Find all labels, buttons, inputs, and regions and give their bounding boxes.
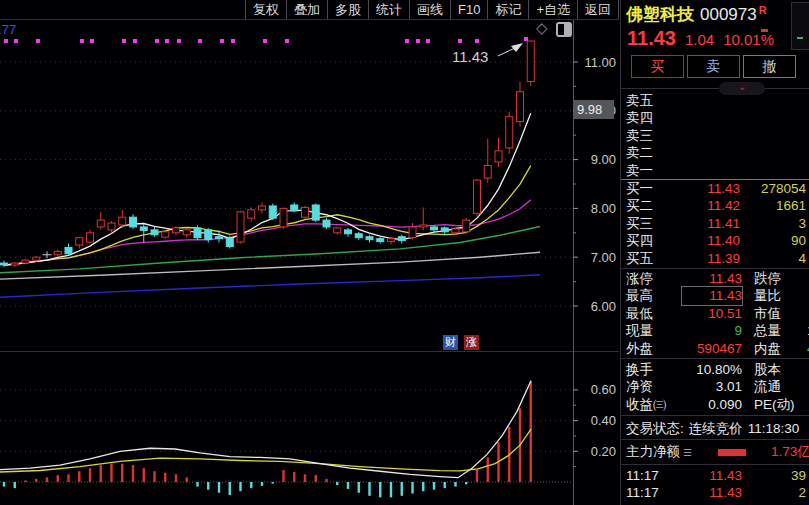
macd-bar bbox=[336, 482, 338, 485]
stat-pair-label: 量比 bbox=[754, 287, 781, 304]
toolbar-item-7[interactable]: +自选 bbox=[528, 0, 577, 19]
sell-level-row[interactable]: 卖一 bbox=[621, 162, 809, 179]
level-volume bbox=[740, 162, 806, 179]
buy-level-row[interactable]: 买五11.394 bbox=[621, 250, 809, 267]
candle-down bbox=[194, 228, 201, 238]
candle-down bbox=[312, 205, 319, 220]
level-label: 卖一 bbox=[626, 162, 668, 179]
diamond-icon[interactable]: ◇ bbox=[536, 19, 548, 37]
macd-bar bbox=[35, 479, 37, 482]
cancel-button[interactable]: 撤 bbox=[743, 55, 796, 78]
buy-level-row[interactable]: 买四11.4090 bbox=[621, 232, 809, 249]
level-price bbox=[668, 162, 740, 179]
axis-label: 8.00 bbox=[591, 201, 616, 216]
candle-down bbox=[323, 220, 330, 227]
macd-bar bbox=[282, 470, 284, 482]
level-price: 11.42 bbox=[668, 197, 740, 214]
macd-bar bbox=[476, 470, 478, 482]
candle-up bbox=[54, 251, 61, 254]
toolbar-item-8[interactable]: 返回 bbox=[577, 0, 619, 19]
macd-bar bbox=[100, 465, 102, 482]
level-price bbox=[668, 127, 740, 144]
level-price bbox=[668, 92, 740, 109]
candle-down bbox=[130, 217, 137, 227]
stat-value: 11.43 bbox=[682, 270, 742, 287]
candle-down bbox=[291, 205, 298, 211]
toolbar-item-0[interactable]: 复权 bbox=[245, 0, 286, 19]
macd-bar bbox=[24, 480, 26, 482]
tick-list: 11:1711.433911:1711.432 bbox=[621, 467, 809, 502]
level-price: 11.40 bbox=[668, 232, 740, 249]
buy-button[interactable]: 买 bbox=[631, 55, 684, 78]
marker-dot bbox=[4, 39, 8, 43]
level-label: 卖五 bbox=[626, 92, 668, 109]
list-icon[interactable]: ☰ bbox=[683, 447, 692, 458]
macd-bar bbox=[315, 475, 317, 482]
marker-dot bbox=[405, 39, 409, 43]
macd-bar bbox=[433, 482, 435, 490]
toolbar-item-1[interactable]: 叠加 bbox=[286, 0, 327, 19]
marker-dot bbox=[133, 39, 137, 43]
stat-label: 最高 bbox=[626, 287, 682, 304]
marker-dot bbox=[155, 39, 159, 43]
axis-label: 0.20 bbox=[591, 444, 616, 459]
macd-bar bbox=[132, 465, 134, 482]
candle-up bbox=[248, 210, 255, 218]
rise-marker-badge[interactable]: 涨 bbox=[464, 335, 479, 350]
sell-level-row[interactable]: 卖二 bbox=[621, 144, 809, 161]
candle-up bbox=[527, 41, 534, 82]
candle-up bbox=[97, 220, 104, 227]
macd-bar bbox=[153, 471, 155, 482]
macd-bar bbox=[444, 482, 446, 488]
buy-level-row[interactable]: 买三11.413 bbox=[621, 215, 809, 232]
candle-up bbox=[22, 260, 29, 263]
toolbar-item-3[interactable]: 统计 bbox=[368, 0, 409, 19]
candle-down bbox=[226, 238, 233, 246]
candle-up bbox=[280, 208, 287, 227]
toolbar-item-6[interactable]: 标记 bbox=[487, 0, 528, 19]
buy-level-row[interactable]: 买二11.421661 bbox=[621, 197, 809, 214]
main-net-row: 主力净额☰ 1.73亿 bbox=[626, 443, 809, 461]
stat-row: 外盘590467内盘4 bbox=[621, 340, 809, 357]
macd-bar bbox=[218, 482, 220, 493]
marker-dot bbox=[475, 39, 479, 43]
stat-row: 换手10.80%股本 bbox=[621, 361, 809, 378]
stock-code: 000973 bbox=[700, 5, 757, 24]
candle-up bbox=[463, 220, 470, 232]
toolbar-item-2[interactable]: 多股 bbox=[327, 0, 368, 19]
toolbar: 复权叠加多股统计画线F10标记+自选返回 bbox=[245, 0, 619, 19]
sell-button[interactable]: 卖 bbox=[687, 55, 740, 78]
level-volume bbox=[740, 127, 806, 144]
stat-label: 净资 bbox=[626, 378, 682, 395]
stat-value: 9 bbox=[682, 322, 742, 339]
macd-bar bbox=[293, 472, 295, 482]
macd-bar bbox=[261, 482, 263, 486]
tick-price: 11.43 bbox=[672, 484, 742, 501]
side-panel-icon[interactable] bbox=[556, 22, 572, 37]
toolbar-item-4[interactable]: 画线 bbox=[409, 0, 450, 19]
kline-chart[interactable]: 11.0010.009.008.007.006.000.600.400.2011… bbox=[0, 0, 619, 505]
candle-down bbox=[1, 263, 8, 265]
marker-dot bbox=[14, 39, 18, 43]
tick-volume: 2 bbox=[742, 484, 806, 501]
sell-level-row[interactable]: 卖四 bbox=[621, 109, 809, 126]
toolbar-item-5[interactable]: F10 bbox=[450, 0, 487, 19]
macd-bar bbox=[390, 482, 392, 497]
sell-level-row[interactable]: 卖三 bbox=[621, 127, 809, 144]
tick-volume: 39 bbox=[742, 467, 806, 484]
sell-level-row[interactable]: 卖五 bbox=[621, 92, 809, 109]
candle-down bbox=[355, 234, 362, 238]
level-price bbox=[668, 109, 740, 126]
margin-tag: R bbox=[759, 4, 767, 16]
annotation-arrowhead bbox=[511, 43, 523, 52]
buy-level-row[interactable]: 买一11.43278054 bbox=[621, 180, 809, 197]
macd-bar bbox=[3, 482, 5, 487]
finance-marker-badge[interactable]: 财 bbox=[443, 335, 458, 350]
trade-status-time: 11:18:30 bbox=[748, 421, 800, 436]
price-change-pct: 10.01% bbox=[723, 31, 774, 48]
stat-pair-label: 股本 bbox=[754, 361, 781, 378]
trade-status-label: 交易状态: bbox=[626, 421, 684, 436]
stat-pair-label: 总量 bbox=[754, 322, 781, 339]
main-net-bar bbox=[718, 449, 746, 456]
macd-bar bbox=[110, 464, 112, 482]
